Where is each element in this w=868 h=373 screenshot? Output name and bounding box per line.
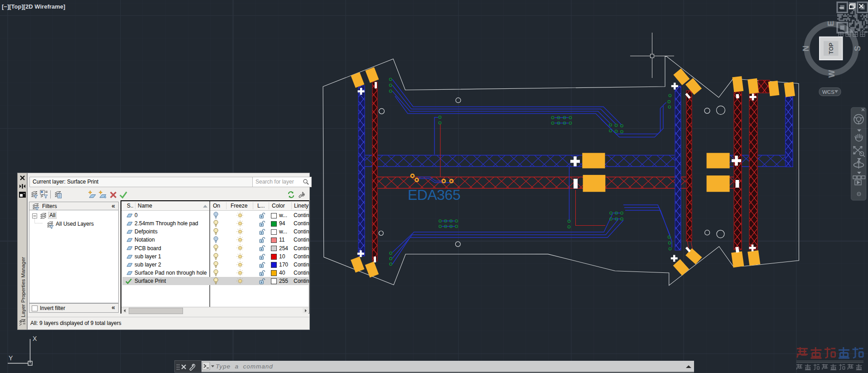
svg-text:Layer Properties Manager: Layer Properties Manager: [20, 257, 26, 317]
svg-text:E: E: [826, 21, 835, 26]
svg-text:TOP: TOP: [828, 43, 834, 54]
svg-text:WCS: WCS: [822, 89, 834, 95]
svg-text:EDA365: EDA365: [408, 187, 460, 203]
svg-text:X: X: [33, 335, 37, 342]
svg-text:N: N: [801, 46, 810, 52]
svg-text:Y: Y: [9, 354, 13, 362]
svg-text:S: S: [853, 46, 862, 51]
svg-text:W: W: [827, 70, 836, 78]
